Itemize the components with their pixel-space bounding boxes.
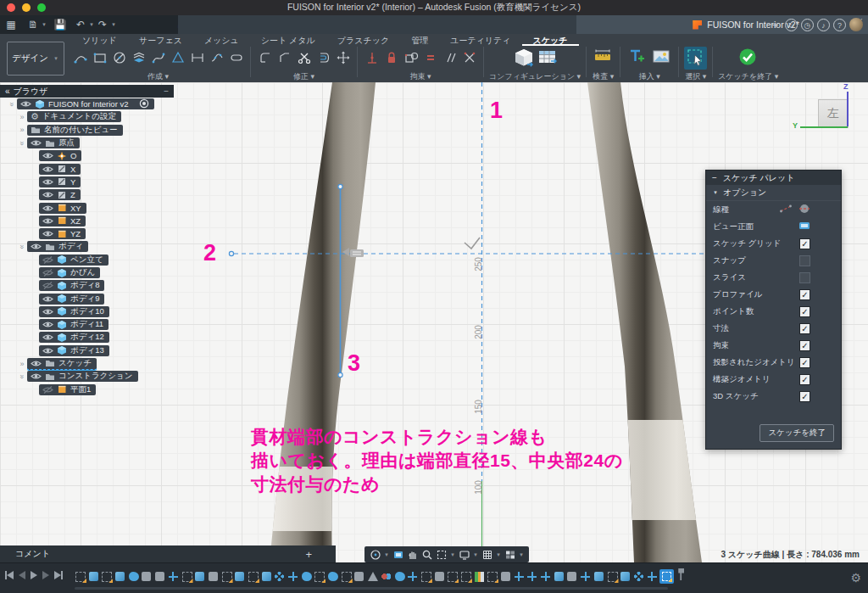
move-icon[interactable]: [334, 49, 352, 67]
sketch-line-endpoint-top[interactable]: [338, 184, 342, 188]
browser-item-スケッチ[interactable]: スケッチ: [27, 358, 97, 370]
symx-icon[interactable]: [460, 49, 478, 67]
timeline-feature-solid[interactable]: [261, 569, 275, 585]
timeline-feature-move[interactable]: [407, 569, 420, 585]
eye-visible-icon[interactable]: [42, 294, 53, 304]
browser-item-YZ[interactable]: YZ: [39, 228, 86, 239]
browser-item-平面1[interactable]: 平面1: [39, 384, 96, 395]
avatar[interactable]: [849, 18, 863, 31]
construction-linetype-icon[interactable]: [780, 202, 792, 217]
line-icon[interactable]: [71, 49, 89, 67]
browser-item-Z[interactable]: Z: [39, 189, 81, 200]
timeline-feature-sketch[interactable]: [221, 569, 235, 585]
look-at-view-icon[interactable]: [798, 219, 810, 234]
timeline-feature-sketch[interactable]: [101, 569, 114, 585]
browser-item-かびん[interactable]: かびん: [39, 267, 100, 278]
timeline-feature-dots[interactable]: [633, 569, 647, 585]
timeline-feature-solid[interactable]: [88, 569, 102, 585]
timeline-feature-gray[interactable]: [353, 569, 367, 585]
eye-hidden-icon[interactable]: [42, 255, 53, 265]
eye-visible-icon[interactable]: [31, 359, 42, 368]
ribbon-tab-メッシュ[interactable]: メッシュ: [193, 34, 250, 46]
ribbon-tab-スケッチ[interactable]: スケッチ: [522, 34, 579, 46]
selectwin-icon[interactable]: [684, 47, 707, 70]
timeline-position-marker[interactable]: [678, 568, 684, 580]
clock-icon[interactable]: ◷: [801, 19, 814, 31]
timeline-feature-gray[interactable]: [434, 569, 448, 585]
chevron-right-icon[interactable]: »: [17, 126, 27, 134]
chevron-down-icon[interactable]: »: [8, 99, 16, 109]
timeline-feature-sketch[interactable]: [75, 569, 88, 585]
shapes-icon[interactable]: [402, 49, 420, 67]
timeline-feature-gray[interactable]: [566, 569, 580, 585]
apps-grid-icon[interactable]: ▦: [3, 19, 19, 31]
timeline-feature-move[interactable]: [514, 569, 527, 585]
checkbox-構築ジオメトリ[interactable]: ✓: [799, 374, 810, 385]
eye-visible-icon[interactable]: [42, 190, 53, 199]
job-status-icon[interactable]: ↻: [785, 19, 798, 31]
undo-icon[interactable]: ↶: [73, 19, 88, 31]
table-icon[interactable]: [536, 47, 559, 70]
finish-sketch-button[interactable]: スケッチを終了: [760, 424, 834, 442]
polygon-icon[interactable]: [169, 49, 186, 67]
spline-icon[interactable]: [149, 49, 167, 67]
undo-caret[interactable]: ▾: [88, 21, 95, 28]
measure-icon[interactable]: [592, 47, 615, 70]
browser-minimize-icon[interactable]: −: [164, 87, 169, 96]
timeline-feature-move[interactable]: [540, 569, 554, 585]
timeline-feature-sketch[interactable]: [341, 569, 354, 585]
redo-icon[interactable]: ↷: [95, 19, 110, 31]
eye-visible-icon[interactable]: [42, 204, 53, 213]
eye-visible-icon[interactable]: [42, 307, 53, 316]
palette-minimize-icon[interactable]: −: [712, 173, 717, 182]
browser-item-名前の付いたビュー[interactable]: 名前の付いたビュー: [27, 125, 123, 136]
browser-item-O[interactable]: O: [39, 150, 81, 161]
browser-item-コンストラクション[interactable]: コンストラクション: [27, 371, 138, 382]
group-label-作成[interactable]: 作成 ▾: [147, 71, 169, 82]
sketch-line-endpoint-bottom[interactable]: [338, 372, 342, 377]
sketch-palette-header[interactable]: − スケッチ パレット: [706, 171, 841, 185]
checkbox-プロファイル[interactable]: ✓: [799, 289, 810, 300]
group-label-修正[interactable]: 修正 ▾: [293, 71, 314, 82]
palette-section-options[interactable]: ▾ オプション: [706, 185, 841, 201]
offsetc-icon[interactable]: [314, 49, 332, 67]
timeline-feature-solid[interactable]: [620, 569, 633, 585]
eye-hidden-icon[interactable]: [42, 281, 53, 290]
eye-visible-icon[interactable]: [42, 177, 53, 187]
timeline-feature-sketch[interactable]: [447, 569, 460, 585]
ribbon-tab-管理[interactable]: 管理: [400, 34, 439, 46]
timeline-feature-move[interactable]: [526, 569, 540, 585]
chevron-down-icon[interactable]: »: [18, 138, 26, 148]
checkbox-拘束[interactable]: ✓: [799, 340, 810, 351]
browser-item-XY[interactable]: XY: [39, 203, 86, 214]
timeline-feature-sketch[interactable]: [607, 569, 620, 585]
browser-item-ボディ11[interactable]: ボディ11: [39, 319, 108, 330]
browser-item-ペン立て[interactable]: ペン立て: [39, 255, 108, 266]
group-label-コンフィギュレーション[interactable]: コンフィギュレーション ▾: [489, 71, 581, 82]
slot-icon[interactable]: [227, 49, 245, 67]
eye-visible-icon[interactable]: [31, 242, 42, 251]
timeline-feature-active[interactable]: [659, 569, 678, 585]
eye-visible-icon[interactable]: [42, 165, 53, 174]
timeline-feature-solid[interactable]: [194, 569, 208, 585]
chevron-down-icon[interactable]: »: [18, 242, 26, 252]
checkbox-ポイント数[interactable]: ✓: [799, 306, 810, 317]
dim-icon[interactable]: [188, 49, 206, 67]
parallel-icon[interactable]: [441, 49, 459, 67]
timeline-feature-solid[interactable]: [593, 569, 607, 585]
chevron-right-icon[interactable]: »: [17, 360, 27, 368]
browser-header[interactable]: « ブラウザ −: [0, 85, 174, 98]
chevron-right-icon[interactable]: »: [17, 113, 27, 121]
save-icon[interactable]: 💾: [53, 19, 68, 31]
cube3d-icon[interactable]: [511, 47, 534, 70]
mid-icon[interactable]: [363, 49, 381, 67]
image-icon[interactable]: [650, 47, 673, 70]
check-icon[interactable]: [737, 47, 760, 70]
redo-caret[interactable]: ▾: [110, 21, 117, 28]
activate-component-radio[interactable]: [139, 98, 149, 110]
checkbox-スケッチ グリッド[interactable]: ✓: [799, 238, 810, 249]
timeline-feature-sketch[interactable]: [487, 569, 500, 585]
eye-visible-icon[interactable]: [31, 372, 42, 381]
spline2-icon[interactable]: [208, 49, 225, 67]
circle-icon[interactable]: [110, 49, 128, 67]
